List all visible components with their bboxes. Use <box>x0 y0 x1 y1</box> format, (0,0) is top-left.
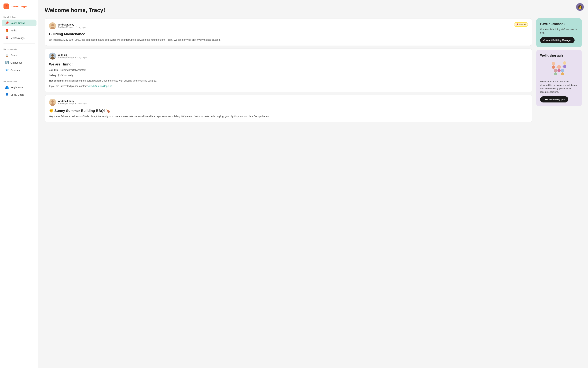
post-author-2: Alex Lu Building Manager • 3 days ago <box>49 53 87 60</box>
avatar-svg-3 <box>49 99 56 106</box>
author-meta-1: Building Manager • 1 day ago <box>58 26 85 28</box>
sidebar-item-label: Notice Board <box>10 22 25 24</box>
post-header-2: Alex Lu Building Manager • 3 days ago <box>49 53 528 60</box>
post-author-3: Andrea Lacey Building Manager • 7 days a… <box>49 99 87 106</box>
svg-point-9 <box>552 62 555 65</box>
wellbeing-illustration <box>540 60 578 77</box>
contact-prefix: If you are interested please contact: <box>49 85 88 87</box>
author-info-2: Alex Lu Building Manager • 3 days ago <box>58 53 87 59</box>
svg-point-14 <box>554 72 557 75</box>
wellbeing-svg <box>549 60 570 76</box>
sidebar-item-posts[interactable]: 📋 Posts <box>2 52 37 58</box>
job-title-value: Building Portal Assistant <box>60 69 86 71</box>
sidebar-section-my-neighbours: My neighbours <box>0 77 38 83</box>
post-body-3: Hey there, fabulous residents of Vida Li… <box>49 115 528 118</box>
post-title-2: We are Hiring! <box>49 62 528 66</box>
avatar-andrea-3 <box>49 99 56 106</box>
svg-point-13 <box>554 69 557 73</box>
sidebar-item-gatherings[interactable]: 🔄 Gatherings <box>2 59 37 66</box>
author-meta-3: Building Manager • 7 days ago <box>58 102 87 105</box>
notice-board-icon: 📌 <box>5 21 9 25</box>
logo-text: minivillage <box>10 5 27 8</box>
sidebar-item-neighbours[interactable]: 👥 Neighbours <box>2 84 37 91</box>
widget-questions-title: Have questions? <box>540 22 578 26</box>
sidebar-item-my-bookings[interactable]: 📅 My Bookings <box>2 35 37 41</box>
sidebar-item-label: Neighbours <box>10 86 23 89</box>
avatar-alex <box>49 53 56 60</box>
author-meta-2: Building Manager • 3 days ago <box>58 56 87 59</box>
post-header-1: Andrea Lacey Building Manager • 1 day ag… <box>49 22 528 29</box>
sidebar-section-my-minivillage: My Minivillage <box>0 13 38 19</box>
salary-label: Salary: <box>49 74 57 77</box>
salary-value: $35K annually <box>58 74 74 77</box>
svg-point-16 <box>561 72 564 75</box>
pinned-badge: 📌 Pinned <box>514 22 528 27</box>
avatar-andrea <box>49 22 56 29</box>
contact-email-link[interactable]: Alexlu@minivillage.ca <box>88 85 112 87</box>
widget-questions: Have questions? Our friendly building st… <box>536 18 582 47</box>
author-name-1: Andrea Lacey <box>58 23 85 26</box>
page-title: Welcome home, Tracy! <box>45 7 582 13</box>
neighbours-icon: 👥 <box>5 85 9 89</box>
post-card-2: Alex Lu Building Manager • 3 days ago We… <box>45 48 532 92</box>
job-title-label: Job title: <box>49 69 59 71</box>
sidebar-item-label: Social Circle <box>10 93 24 96</box>
svg-point-11 <box>563 61 566 65</box>
user-avatar[interactable]: 👩 <box>576 3 584 11</box>
bookings-icon: 📅 <box>5 36 9 40</box>
avatar-svg-alex <box>49 53 56 60</box>
avatar-svg <box>49 22 56 29</box>
sidebar-item-social-circle[interactable]: 👤 Social Circle <box>2 91 37 98</box>
sidebar-item-label: Services <box>10 69 20 72</box>
logo[interactable]: 📍 minivillage <box>0 3 38 13</box>
post-card-1: Andrea Lacey Building Manager • 1 day ag… <box>45 18 532 46</box>
user-avatar-icon: 👩 <box>578 5 582 9</box>
post-card-3: Andrea Lacey Building Manager • 7 days a… <box>45 95 532 122</box>
sidebar-item-label: Perks <box>10 29 17 32</box>
post-author-1: Andrea Lacey Building Manager • 1 day ag… <box>49 22 85 29</box>
sidebar: 📍 minivillage My Minivillage 📌 Notice Bo… <box>0 0 38 368</box>
posts-column: Andrea Lacey Building Manager • 1 day ag… <box>45 18 532 122</box>
content-layout: Andrea Lacey Building Manager • 1 day ag… <box>45 18 582 122</box>
posts-icon: 📋 <box>5 53 9 57</box>
svg-point-18 <box>557 69 560 72</box>
main-content: Welcome home, Tracy! <box>38 0 588 368</box>
svg-point-15 <box>561 69 564 73</box>
services-icon: 💎 <box>5 68 9 72</box>
post-body-2: Job title: Building Portal Assistant Sal… <box>49 68 528 88</box>
svg-point-7 <box>51 100 54 103</box>
sidebar-widgets: Have questions? Our friendly building st… <box>536 18 582 106</box>
sidebar-item-services[interactable]: 💎 Services <box>2 67 37 74</box>
svg-point-12 <box>563 65 566 68</box>
sidebar-item-label: My Bookings <box>10 37 24 39</box>
svg-line-20 <box>561 66 563 68</box>
post-title-1: Building Maintenance <box>49 32 528 36</box>
logo-icon: 📍 <box>3 3 9 9</box>
responsibilities-value: Maintaining the portal platform, communi… <box>69 79 156 82</box>
responsibilities-label: Responsibilities: <box>49 79 69 82</box>
sidebar-item-label: Posts <box>10 54 17 56</box>
sidebar-item-label: Gatherings <box>10 61 22 64</box>
author-info-3: Andrea Lacey Building Manager • 7 days a… <box>58 100 87 105</box>
widget-wellbeing: Well-being quiz <box>536 50 582 106</box>
post-title-3: 🌞 Sunny Summer Building BBQ! 🍗 <box>49 109 528 113</box>
perks-icon: 🎁 <box>5 29 9 32</box>
svg-point-10 <box>552 65 555 69</box>
author-name-2: Alex Lu <box>58 53 87 56</box>
widget-wellbeing-desc: Discover your path to a more elevated li… <box>540 80 578 93</box>
svg-point-1 <box>51 24 54 26</box>
social-circle-icon: 👤 <box>5 93 9 96</box>
widget-questions-desc: Our friendly building staff are here to … <box>540 28 578 34</box>
sidebar-section-my-community: My community <box>0 45 38 51</box>
sidebar-item-perks[interactable]: 🎁 Perks <box>2 27 37 34</box>
sidebar-item-notice-board[interactable]: 📌 Notice Board <box>2 19 37 26</box>
gatherings-icon: 🔄 <box>5 61 9 64</box>
post-body-1: On Tuesday, May 30th, 2023, the domestic… <box>49 38 528 42</box>
author-info-1: Andrea Lacey Building Manager • 1 day ag… <box>58 23 85 28</box>
contact-building-manager-button[interactable]: Contact Building Manager <box>540 37 575 43</box>
post-header-3: Andrea Lacey Building Manager • 7 days a… <box>49 99 528 106</box>
svg-point-17 <box>557 65 561 69</box>
author-name-3: Andrea Lacey <box>58 100 87 102</box>
take-wellbeing-quiz-button[interactable]: Take well-being quiz <box>540 96 568 102</box>
svg-point-4 <box>51 54 54 56</box>
